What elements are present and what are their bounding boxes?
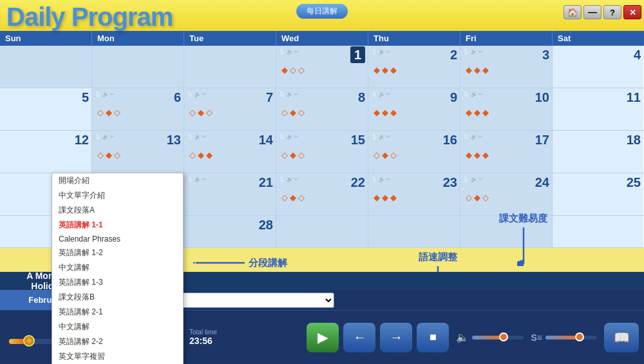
cal-cell-empty [184,46,276,88]
cal-cell-mon6[interactable]: 📄🔊✏ 6 ◇ ◆ ◇ [92,88,184,130]
minimize-button[interactable]: — [583,5,601,19]
play-button[interactable]: ▶ [307,323,339,352]
close-button[interactable]: ✕ [623,5,641,19]
cal-cell-wed22[interactable]: 📄🔊✏ 22 ◇ ◆ ◇ [276,173,368,215]
dropdown-item-8[interactable]: 英語講解 1-3 [52,275,183,290]
cal-header-sun: Sun [0,31,92,46]
cal-cell-thu2[interactable]: 2 ◆ ◆ ◆ 📄🔊✏ [368,46,460,88]
cal-cell-tue14[interactable]: 📄🔊✏ 14 ◇ ◆ ◆ [184,131,276,173]
cal-header-tue: Tue [184,31,276,46]
dropdown-item-3[interactable]: 課文段落A [52,203,183,218]
total-time-label: Total time [189,329,217,336]
cal-cell-fri24[interactable]: 📄🔊✏ 24 ◇ ◆ ◇ [460,173,553,215]
cal-cell-sat18[interactable]: 18 [553,131,643,173]
cal-cell-empty [92,46,184,88]
daily-badge: 每日講解 [296,4,348,19]
dropdown-item-13[interactable]: 英文單字複習 [52,349,183,364]
cal-cell-wed8[interactable]: 📄🔊✏ 8 ◇ ◆ ◇ [276,88,368,130]
cal-cell-empty-w5 [276,216,368,247]
dropdown-item-4[interactable]: 英語講解 1-1 [52,218,183,233]
prev-button[interactable]: ← [343,323,375,352]
dropdown-item-9[interactable]: 課文段落B [52,290,183,305]
kewen-arrow-icon [517,227,530,266]
cal-header-fri: Fri [460,31,553,46]
volume-icon: 🔈 [456,331,469,343]
stop-button[interactable]: ■ [417,323,449,352]
cal-cell-mon13[interactable]: 📄🔊✏ 13 ◇ ◆ ◇ [92,131,184,173]
yusu-label: 語速調整 [419,251,457,263]
cal-cell-fri3[interactable]: 3 ◆ ◆ ◆ 📄🔊✏ [460,46,553,88]
dropdown-item-6[interactable]: 英語講解 1-2 [52,245,183,260]
bundan-label: 分段講解 [249,257,287,269]
help-button[interactable]: ? [603,5,621,19]
cal-cell-sat4[interactable]: 4 [553,46,643,88]
app-title: Daily Program [0,4,173,30]
cal-cell-sun5[interactable]: 5 [0,88,92,130]
kewen-label: 課文難易度 [499,213,547,225]
cal-cell-sat11[interactable]: 11 [553,88,643,130]
cal-header-wed: Wed [276,31,368,46]
dropdown-item-1[interactable]: 開場介紹 [52,173,183,188]
bundan-annotation: 分段講解 [193,256,287,269]
dropdown-item-2[interactable]: 中文單字介紹 [52,188,183,203]
dropdown-item-5[interactable]: Calendar Phrases [52,233,183,245]
lesson-dropdown-overlay: 開場介紹 中文單字介紹 課文段落A 英語講解 1-1 Calendar Phra… [52,173,184,364]
cal-cell-fri10[interactable]: 📄🔊✏ 10 ◆ ◆ ◆ [460,88,553,130]
dropdown-item-11[interactable]: 中文講解 [52,320,183,334]
cal-cell-wed1[interactable]: 1 ◆ ◇ ◇ 📄🔊✏ [276,46,368,88]
cal-cell-sun12[interactable]: 12 [0,131,92,173]
cal-cell-tue7[interactable]: 📄🔊✏ 7 ◇ ◆ ◇ [184,88,276,130]
next-button[interactable]: → [380,323,412,352]
dropdown-item-12[interactable]: 英語講解 2-2 [52,334,183,349]
speed-icon: S≡ [531,332,542,343]
cal-header-sat: Sat [553,31,643,46]
kewen-annotation: 課文難易度 [499,213,547,266]
cal-cell-empty [0,46,92,88]
cal-cell-fri17[interactable]: 📄🔊✏ 17 ◆ ◆ ◆ [460,131,553,173]
cal-cell-sat25[interactable]: 25 [553,173,643,215]
total-time-value: 23:56 [189,336,217,346]
cal-cell-thu9[interactable]: 📄🔊✏ 9 ◆ ◆ ◆ [368,88,460,130]
book-button[interactable]: 📖 [604,323,639,352]
cal-cell-empty-w5d [553,216,643,247]
cal-cell-empty-w5b [368,216,460,247]
cal-cell-thu23[interactable]: 📄🔊✏ 23 ◆ ◆ ◆ [368,173,460,215]
cal-cell-tue21[interactable]: 📄🔊✏ 21 [184,173,276,215]
cal-cell-wed15[interactable]: 📄🔊✏ 15 ◇ ◆ ◇ [276,131,368,173]
cal-cell-tue28[interactable]: 28 [184,216,276,247]
home-button[interactable]: 🏠 [564,5,582,19]
cal-header-thu: Thu [368,31,460,46]
dropdown-item-10[interactable]: 英語講解 2-1 [52,305,183,320]
cal-header-mon: Mon [92,31,184,46]
bundan-arrow-icon [193,256,245,269]
cal-cell-thu16[interactable]: 📄🔊✏ 16 ◇ ◆ ◇ [368,131,460,173]
dropdown-item-7[interactable]: 中文講解 [52,260,183,275]
